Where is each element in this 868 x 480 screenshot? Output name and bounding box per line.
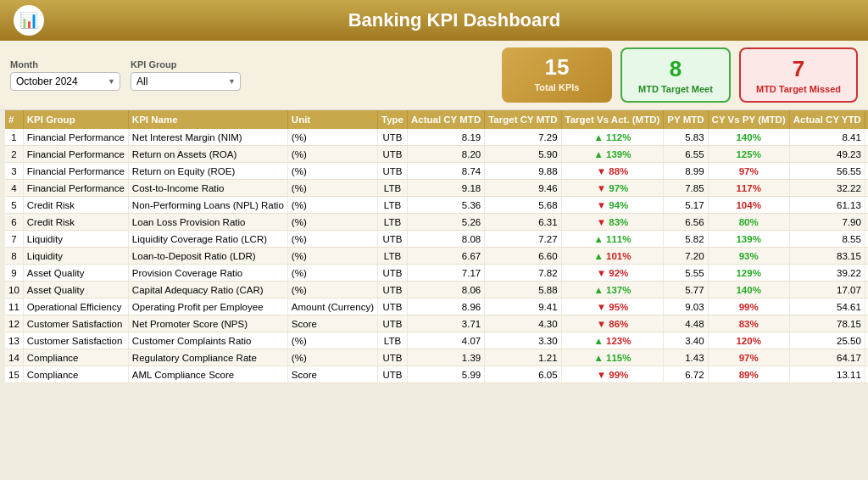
cell-type: UTB: [377, 265, 407, 282]
cell-tva: ▲ 115%: [561, 349, 664, 366]
cell-num: 8: [5, 248, 23, 265]
cell-name: Cost-to-Income Ratio: [128, 180, 287, 197]
tva-arrow-icon: ▼: [597, 319, 606, 329]
cell-name: Operating Profit per Employee: [128, 299, 287, 315]
cell-type: UTB: [377, 366, 407, 383]
cell-group: Liquidity: [23, 231, 128, 248]
cell-group: Financial Performance: [23, 163, 128, 180]
cell-type: UTB: [377, 315, 407, 332]
cell-cy-vs-py: 125%: [708, 146, 789, 163]
cell-num: 6: [5, 214, 23, 231]
cell-tgt-ytd: 44.23: [865, 299, 868, 315]
cell-act-cy-mtd: 8.06: [407, 282, 484, 299]
cell-unit: (%): [287, 197, 377, 214]
cell-unit: Amount (Currency): [287, 299, 377, 315]
cell-tva: ▼ 88%: [561, 163, 664, 180]
table-row: 12 Customer Satisfaction Net Promoter Sc…: [5, 315, 868, 332]
tva-pct: 123%: [606, 336, 631, 346]
cell-tgt-ytd: 89.09: [865, 315, 868, 332]
kpi-group-select[interactable]: All: [131, 72, 241, 91]
cell-py-mtd: 5.17: [664, 197, 708, 214]
kpi-group-label: KPI Group: [131, 59, 241, 70]
table-row: 10 Asset Quality Capital Adequacy Ratio …: [5, 282, 868, 299]
cell-group: Asset Quality: [23, 282, 128, 299]
cell-unit: (%): [287, 282, 377, 299]
cell-group: Operational Efficiency: [23, 299, 128, 315]
cell-num: 5: [5, 197, 23, 214]
cell-type: UTB: [377, 299, 407, 315]
cell-name: Net Interest Margin (NIM): [128, 129, 287, 146]
table-row: 2 Financial Performance Return on Assets…: [5, 146, 868, 163]
cell-tva: ▼ 95%: [561, 299, 664, 315]
cell-act-ytd: 13.11: [789, 366, 865, 383]
cell-act-ytd: 7.90: [789, 214, 865, 231]
tva-arrow-icon: ▼: [597, 302, 606, 312]
cell-act-ytd: 25.50: [789, 332, 865, 349]
cell-cy-vs-py: 89%: [708, 366, 789, 383]
cell-act-cy-mtd: 6.67: [407, 248, 484, 265]
cell-tva: ▼ 97%: [561, 180, 664, 197]
cell-cy-vs-py: 129%: [708, 265, 789, 282]
cell-group: Customer Satisfaction: [23, 315, 128, 332]
tva-arrow-icon: ▲: [593, 234, 603, 244]
cell-cy-vs-py: 97%: [708, 163, 789, 180]
kpi-group-dropdown-wrapper: All: [131, 72, 241, 91]
cell-tgt-cy-mtd: 7.29: [485, 129, 561, 146]
cell-py-mtd: 7.20: [664, 248, 708, 265]
cell-py-mtd: 6.56: [664, 214, 708, 231]
cell-act-ytd: 17.07: [789, 282, 865, 299]
cell-type: UTB: [377, 231, 407, 248]
total-kpis-value: 15: [517, 54, 597, 81]
cell-tva: ▼ 94%: [561, 197, 664, 214]
cell-cy-vs-py: 117%: [708, 180, 789, 197]
cell-num: 3: [5, 163, 23, 180]
cell-tva: ▲ 101%: [561, 248, 664, 265]
tva-arrow-icon: ▼: [597, 183, 606, 193]
kpi-group-dropdown-group: KPI Group All: [131, 59, 241, 91]
cell-cy-vs-py: 93%: [708, 248, 789, 265]
col-header-name: KPI Name: [128, 110, 287, 129]
cell-tva: ▼ 99%: [561, 366, 664, 383]
cell-group: Credit Risk: [23, 197, 128, 214]
tva-arrow-icon: ▲: [593, 251, 603, 261]
cell-act-cy-mtd: 5.26: [407, 214, 484, 231]
table-row: 3 Financial Performance Return on Equity…: [5, 163, 868, 180]
cell-cy-vs-py: 83%: [708, 315, 789, 332]
cell-tgt-cy-mtd: 6.60: [485, 248, 561, 265]
table-row: 9 Asset Quality Provision Coverage Ratio…: [5, 265, 868, 282]
cell-tgt-ytd: 32.54: [865, 180, 868, 197]
cell-tgt-ytd: 10.52: [865, 231, 868, 248]
cell-act-cy-mtd: 8.96: [407, 299, 484, 315]
month-select[interactable]: October 2024: [10, 72, 120, 91]
cell-unit: (%): [287, 349, 377, 366]
table-row: 5 Credit Risk Non-Performing Loans (NPL)…: [5, 197, 868, 214]
table-row: 1 Financial Performance Net Interest Mar…: [5, 129, 868, 146]
cell-tgt-ytd: 16.26: [865, 366, 868, 383]
cell-act-ytd: 78.15: [789, 315, 865, 332]
cell-tgt-cy-mtd: 4.30: [485, 315, 561, 332]
cell-name: Return on Equity (ROE): [128, 163, 287, 180]
cell-group: Asset Quality: [23, 265, 128, 282]
cell-act-cy-mtd: 1.39: [407, 349, 484, 366]
mtd-met-card: 8 MTD Target Meet: [620, 47, 731, 103]
cell-py-mtd: 5.83: [664, 129, 708, 146]
cell-tgt-ytd: 28.05: [865, 332, 868, 349]
month-label: Month: [10, 59, 120, 70]
col-header-num: #: [5, 110, 23, 129]
col-header-tgt-cy-mtd: Target CY MTD: [485, 110, 561, 129]
cell-cy-vs-py: 139%: [708, 231, 789, 248]
cell-act-cy-mtd: 8.19: [407, 129, 484, 146]
cell-num: 13: [5, 332, 23, 349]
cell-num: 12: [5, 315, 23, 332]
cell-unit: (%): [287, 332, 377, 349]
cell-group: Financial Performance: [23, 129, 128, 146]
mtd-missed-label: MTD Target Missed: [756, 84, 841, 94]
cell-cy-vs-py: 80%: [708, 214, 789, 231]
tva-pct: 101%: [606, 251, 631, 261]
cell-name: Liquidity Coverage Ratio (LCR): [128, 231, 287, 248]
col-header-act-cy-mtd: Actual CY MTD: [407, 110, 484, 129]
tva-arrow-icon: ▲: [593, 149, 603, 159]
cell-type: UTB: [377, 129, 407, 146]
cell-group: Compliance: [23, 366, 128, 383]
tva-arrow-icon: ▼: [597, 217, 606, 227]
